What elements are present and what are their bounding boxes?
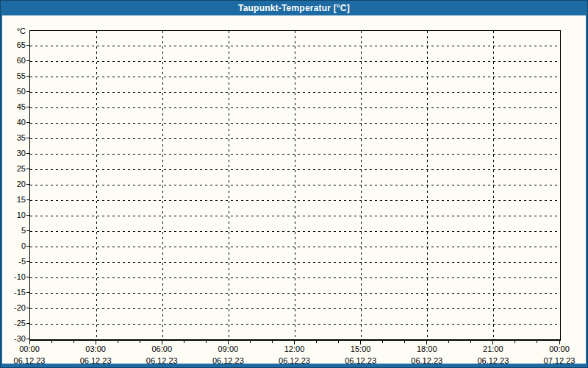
x-axis-time-label: 06:00 [129, 344, 195, 354]
x-axis-minor-tick [51, 340, 52, 343]
x-axis-minor-tick [140, 340, 140, 343]
x-axis-date-label: 06.12.23 [129, 356, 195, 366]
x-axis-minor-tick [514, 340, 515, 343]
x-axis-major-tick [559, 340, 560, 344]
x-axis-minor-tick [404, 340, 405, 343]
y-axis-tick [26, 230, 29, 231]
x-axis-minor-tick [74, 340, 74, 343]
x-axis-major-tick [426, 340, 427, 344]
x-axis-date-label: 06.12.23 [328, 356, 394, 366]
y-axis-tick [26, 76, 29, 77]
y-axis-tick-label: -30 [2, 334, 26, 344]
y-axis-tick-label: 10 [2, 210, 26, 220]
x-axis-time-label: 21:00 [460, 344, 526, 354]
y-axis-tick [26, 292, 29, 293]
x-axis-minor-tick [338, 340, 339, 343]
chart-title: Taupunkt-Temperatur [°C] [238, 3, 350, 13]
chart-canvas: °C 65605550454035302520151050-5-10-15-20… [2, 15, 586, 364]
plot-area [29, 30, 561, 341]
x-axis-major-tick [360, 340, 361, 344]
x-axis-date-label: 06.12.23 [394, 356, 460, 366]
x-axis-time-label: 15:00 [328, 344, 394, 354]
y-axis-tick [26, 91, 29, 92]
x-axis-date-label: 06.12.23 [460, 356, 526, 366]
y-axis-tick-label: -15 [2, 288, 26, 297]
x-axis-minor-tick [184, 340, 184, 343]
x-axis-time-label: 12:00 [262, 344, 328, 354]
chart-window-frame: Taupunkt-Temperatur [°C] °C 656055504540… [0, 0, 588, 368]
x-axis-major-tick [228, 340, 229, 344]
x-axis-date-label: 06.12.23 [62, 356, 129, 366]
y-axis-tick-label: -25 [2, 319, 26, 328]
x-axis-minor-tick [272, 340, 273, 343]
x-axis-minor-tick [537, 340, 537, 343]
y-axis-tick [26, 45, 29, 46]
y-axis-tick-label: 60 [2, 56, 26, 66]
y-axis-tick [26, 169, 29, 169]
v-gridline [96, 31, 97, 339]
x-axis-time-label: 09:00 [195, 344, 261, 354]
y-axis-tick [26, 323, 29, 324]
v-gridline [361, 31, 362, 339]
x-axis-minor-tick [206, 340, 207, 343]
y-axis-tick [26, 246, 29, 247]
x-axis-time-label: 00:00 [0, 344, 62, 354]
x-axis-minor-tick [316, 340, 317, 343]
x-axis-major-tick [492, 340, 493, 344]
x-axis-time-label: 00:00 [526, 344, 588, 354]
x-axis-minor-tick [448, 340, 449, 343]
y-axis-tick [26, 60, 29, 61]
y-axis-tick-label: 15 [2, 195, 26, 205]
y-axis-tick [26, 261, 29, 262]
x-axis-date-label: 07.12.23 [526, 356, 588, 366]
y-axis-tick [26, 277, 29, 277]
x-axis-time-label: 03:00 [62, 344, 129, 354]
x-axis-major-tick [96, 340, 96, 344]
x-axis-time-label: 18:00 [394, 344, 460, 354]
y-axis-tick-label: 35 [2, 133, 26, 143]
x-axis-date-label: 06.12.23 [195, 356, 261, 366]
y-axis-tick-label: -20 [2, 303, 26, 313]
y-axis-tick [26, 215, 29, 216]
x-axis-minor-tick [118, 340, 118, 343]
y-axis-tick [26, 184, 29, 185]
v-gridline [493, 31, 494, 339]
x-axis-minor-tick [382, 340, 383, 343]
y-axis-tick-label: 50 [2, 87, 26, 96]
x-axis-major-tick [162, 340, 162, 344]
y-axis-unit-label: °C [2, 26, 26, 36]
x-axis-minor-tick [470, 340, 471, 343]
y-axis-tick [26, 122, 29, 123]
y-axis-tick [26, 107, 29, 107]
x-axis-date-label: 06.12.23 [262, 356, 328, 366]
y-axis-tick-label: 30 [2, 149, 26, 158]
y-axis-tick-label: 65 [2, 40, 26, 50]
x-axis-major-tick [29, 340, 30, 344]
y-axis-tick-label: 40 [2, 118, 26, 127]
y-axis-tick-label: 20 [2, 180, 26, 189]
chart-title-bar: Taupunkt-Temperatur [°C] [1, 1, 587, 15]
y-axis-tick-label: -10 [2, 272, 26, 282]
y-axis-tick [26, 339, 29, 339]
v-gridline [427, 31, 428, 339]
y-axis-tick-label: 55 [2, 71, 26, 81]
y-axis-tick-label: 25 [2, 164, 26, 174]
v-gridline [229, 31, 229, 339]
x-axis-major-tick [294, 340, 295, 344]
y-axis-tick-label: 45 [2, 102, 26, 112]
x-axis-date-label: 06.12.23 [0, 356, 62, 366]
v-gridline [162, 31, 163, 339]
y-axis-tick-label: -5 [2, 257, 26, 266]
y-axis-tick [26, 153, 29, 154]
x-axis-minor-tick [250, 340, 251, 343]
y-axis-tick [26, 199, 29, 200]
v-gridline [295, 31, 295, 339]
y-axis-tick [26, 138, 29, 138]
y-axis-tick [26, 308, 29, 308]
y-axis-tick-label: 0 [2, 241, 26, 251]
y-axis-tick-label: 5 [2, 226, 26, 236]
